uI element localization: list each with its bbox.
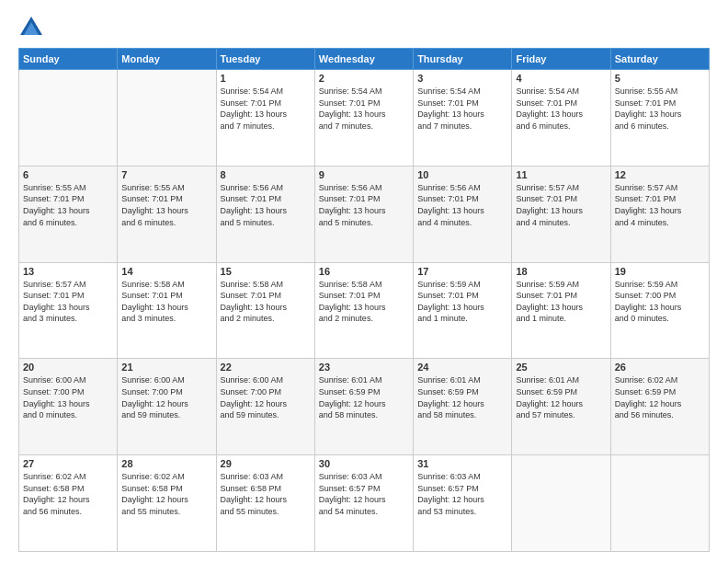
day-info: Sunrise: 5:56 AM Sunset: 7:01 PM Dayligh… [221,182,311,228]
day-number: 9 [319,169,409,180]
day-number: 18 [516,266,606,277]
calendar-cell: 12Sunrise: 5:57 AM Sunset: 7:01 PM Dayli… [610,166,709,262]
day-number: 17 [417,266,507,277]
day-info: Sunrise: 6:00 AM Sunset: 7:00 PM Dayligh… [121,374,211,420]
calendar-cell: 7Sunrise: 5:55 AM Sunset: 7:01 PM Daylig… [118,166,216,262]
calendar-cell: 10Sunrise: 5:56 AM Sunset: 7:01 PM Dayli… [414,166,512,262]
calendar-cell: 17Sunrise: 5:59 AM Sunset: 7:01 PM Dayli… [414,262,512,359]
day-info: Sunrise: 6:00 AM Sunset: 7:00 PM Dayligh… [221,374,311,420]
calendar-week-row: 20Sunrise: 6:00 AM Sunset: 7:00 PM Dayli… [19,359,710,455]
day-number: 30 [319,458,409,469]
day-number: 15 [221,266,311,277]
day-info: Sunrise: 5:57 AM Sunset: 7:01 PM Dayligh… [23,279,113,325]
day-info: Sunrise: 6:02 AM Sunset: 6:58 PM Dayligh… [121,471,211,517]
calendar-week-row: 27Sunrise: 6:02 AM Sunset: 6:58 PM Dayli… [19,455,710,552]
day-info: Sunrise: 5:58 AM Sunset: 7:01 PM Dayligh… [121,279,211,325]
day-number: 20 [23,362,113,373]
calendar-cell: 23Sunrise: 6:01 AM Sunset: 6:59 PM Dayli… [314,359,413,455]
calendar-cell [118,70,216,167]
day-number: 23 [319,362,409,373]
calendar-cell: 25Sunrise: 6:01 AM Sunset: 6:59 PM Dayli… [512,359,610,455]
calendar-weekday-header: Sunday [19,49,118,70]
calendar-cell: 18Sunrise: 5:59 AM Sunset: 7:01 PM Dayli… [512,262,610,359]
calendar-weekday-header: Wednesday [314,49,413,70]
calendar-weekday-header: Saturday [610,49,709,70]
calendar-cell: 11Sunrise: 5:57 AM Sunset: 7:01 PM Dayli… [512,166,610,262]
day-info: Sunrise: 5:55 AM Sunset: 7:01 PM Dayligh… [615,86,705,132]
day-info: Sunrise: 6:03 AM Sunset: 6:58 PM Dayligh… [221,471,311,517]
calendar-cell: 24Sunrise: 6:01 AM Sunset: 6:59 PM Dayli… [414,359,512,455]
day-info: Sunrise: 5:54 AM Sunset: 7:01 PM Dayligh… [319,86,409,132]
day-info: Sunrise: 6:02 AM Sunset: 6:58 PM Dayligh… [23,471,113,517]
calendar-cell: 2Sunrise: 5:54 AM Sunset: 7:01 PM Daylig… [314,70,413,167]
day-info: Sunrise: 5:55 AM Sunset: 7:01 PM Dayligh… [23,182,113,228]
day-info: Sunrise: 5:57 AM Sunset: 7:01 PM Dayligh… [516,182,606,228]
calendar-weekday-header: Monday [118,49,216,70]
day-info: Sunrise: 5:54 AM Sunset: 7:01 PM Dayligh… [516,86,606,132]
day-number: 10 [417,169,507,180]
calendar-cell: 13Sunrise: 5:57 AM Sunset: 7:01 PM Dayli… [19,262,118,359]
calendar-cell: 8Sunrise: 5:56 AM Sunset: 7:01 PM Daylig… [216,166,314,262]
logo-icon [18,15,44,40]
calendar-cell: 19Sunrise: 5:59 AM Sunset: 7:00 PM Dayli… [610,262,709,359]
day-info: Sunrise: 6:00 AM Sunset: 7:00 PM Dayligh… [23,374,113,420]
calendar-cell: 30Sunrise: 6:03 AM Sunset: 6:57 PM Dayli… [314,455,413,552]
day-number: 5 [615,73,705,84]
day-number: 21 [121,362,211,373]
day-info: Sunrise: 5:59 AM Sunset: 7:00 PM Dayligh… [615,279,705,325]
calendar-cell [610,455,709,552]
day-info: Sunrise: 5:59 AM Sunset: 7:01 PM Dayligh… [516,279,606,325]
calendar-cell: 28Sunrise: 6:02 AM Sunset: 6:58 PM Dayli… [118,455,216,552]
calendar-cell: 16Sunrise: 5:58 AM Sunset: 7:01 PM Dayli… [314,262,413,359]
day-number: 7 [121,169,211,180]
day-info: Sunrise: 6:01 AM Sunset: 6:59 PM Dayligh… [516,374,606,420]
day-info: Sunrise: 5:56 AM Sunset: 7:01 PM Dayligh… [319,182,409,228]
calendar-cell: 3Sunrise: 5:54 AM Sunset: 7:01 PM Daylig… [414,70,512,167]
calendar-cell: 5Sunrise: 5:55 AM Sunset: 7:01 PM Daylig… [610,70,709,167]
calendar-cell [19,70,118,167]
calendar-week-row: 6Sunrise: 5:55 AM Sunset: 7:01 PM Daylig… [19,166,710,262]
day-number: 3 [417,73,507,84]
day-info: Sunrise: 5:54 AM Sunset: 7:01 PM Dayligh… [221,86,311,132]
calendar-weekday-header: Tuesday [216,49,314,70]
calendar-cell: 27Sunrise: 6:02 AM Sunset: 6:58 PM Dayli… [19,455,118,552]
day-number: 19 [615,266,705,277]
day-info: Sunrise: 5:59 AM Sunset: 7:01 PM Dayligh… [417,279,507,325]
calendar-week-row: 13Sunrise: 5:57 AM Sunset: 7:01 PM Dayli… [19,262,710,359]
day-number: 14 [121,266,211,277]
day-number: 27 [23,458,113,469]
header [18,15,710,40]
day-number: 6 [23,169,113,180]
calendar-cell: 31Sunrise: 6:03 AM Sunset: 6:57 PM Dayli… [414,455,512,552]
day-info: Sunrise: 6:03 AM Sunset: 6:57 PM Dayligh… [319,471,409,517]
day-info: Sunrise: 6:03 AM Sunset: 6:57 PM Dayligh… [417,471,507,517]
day-number: 25 [516,362,606,373]
day-info: Sunrise: 5:57 AM Sunset: 7:01 PM Dayligh… [615,182,705,228]
day-number: 2 [319,73,409,84]
day-number: 4 [516,73,606,84]
day-number: 11 [516,169,606,180]
calendar-weekday-header: Friday [512,49,610,70]
calendar-cell: 4Sunrise: 5:54 AM Sunset: 7:01 PM Daylig… [512,70,610,167]
day-number: 24 [417,362,507,373]
day-info: Sunrise: 6:01 AM Sunset: 6:59 PM Dayligh… [417,374,507,420]
day-info: Sunrise: 5:58 AM Sunset: 7:01 PM Dayligh… [221,279,311,325]
day-info: Sunrise: 5:58 AM Sunset: 7:01 PM Dayligh… [319,279,409,325]
day-info: Sunrise: 6:02 AM Sunset: 6:59 PM Dayligh… [615,374,705,420]
page: SundayMondayTuesdayWednesdayThursdayFrid… [0,0,728,563]
day-info: Sunrise: 6:01 AM Sunset: 6:59 PM Dayligh… [319,374,409,420]
day-info: Sunrise: 5:54 AM Sunset: 7:01 PM Dayligh… [417,86,507,132]
calendar-cell: 29Sunrise: 6:03 AM Sunset: 6:58 PM Dayli… [216,455,314,552]
day-number: 8 [221,169,311,180]
day-number: 16 [319,266,409,277]
calendar-week-row: 1Sunrise: 5:54 AM Sunset: 7:01 PM Daylig… [19,70,710,167]
calendar-cell: 14Sunrise: 5:58 AM Sunset: 7:01 PM Dayli… [118,262,216,359]
logo [18,15,46,40]
calendar-cell: 9Sunrise: 5:56 AM Sunset: 7:01 PM Daylig… [314,166,413,262]
calendar-cell: 21Sunrise: 6:00 AM Sunset: 7:00 PM Dayli… [118,359,216,455]
calendar-weekday-header: Thursday [414,49,512,70]
calendar-cell: 6Sunrise: 5:55 AM Sunset: 7:01 PM Daylig… [19,166,118,262]
day-info: Sunrise: 5:56 AM Sunset: 7:01 PM Dayligh… [417,182,507,228]
day-number: 26 [615,362,705,373]
day-info: Sunrise: 5:55 AM Sunset: 7:01 PM Dayligh… [121,182,211,228]
